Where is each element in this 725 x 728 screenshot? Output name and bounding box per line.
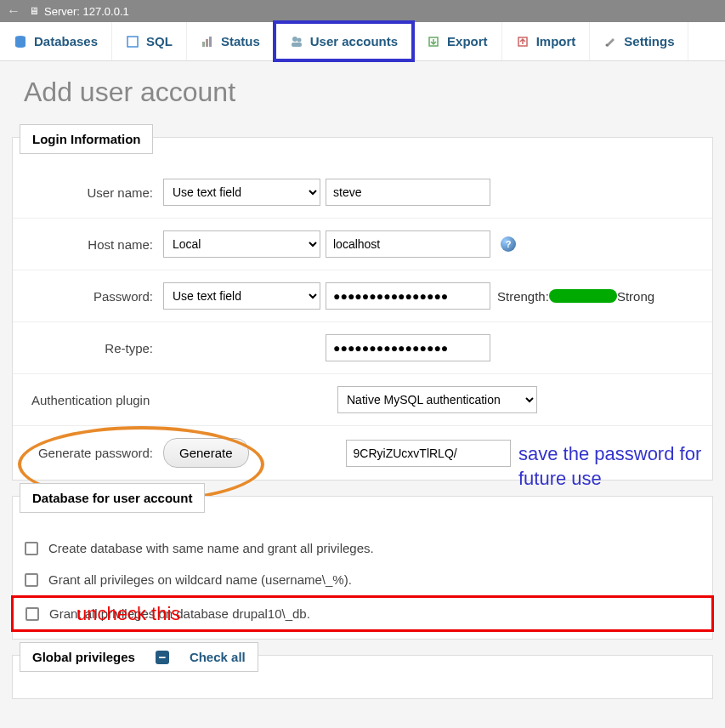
grant-wildcard-label: Grant all privileges on wildcard name (u…: [48, 572, 352, 587]
tabs-bar: Databases SQL Status User accounts Expor…: [0, 22, 725, 61]
global-privileges-fieldset: Global privileges − Check all: [12, 655, 713, 699]
page-title: Add user account: [0, 61, 725, 132]
sql-icon: [126, 35, 139, 48]
grant-wildcard-checkbox[interactable]: [25, 573, 38, 587]
database-for-user-legend: Database for user account: [20, 483, 205, 513]
svg-rect-4: [202, 42, 205, 47]
create-db-label: Create database with same name and grant…: [48, 541, 374, 555]
global-privileges-legend: Global privileges − Check all: [20, 642, 258, 672]
global-privileges-text: Global privileges: [32, 650, 135, 664]
tab-databases[interactable]: Databases: [0, 22, 112, 60]
database-for-user-fieldset: Database for user account Create databas…: [12, 496, 713, 640]
import-icon: [516, 35, 530, 48]
svg-rect-5: [206, 39, 208, 47]
hostname-row: Host name: Local ?: [13, 219, 712, 270]
server-label: Server: 127.0.0.1: [44, 5, 129, 18]
export-icon: [427, 35, 440, 48]
auth-plugin-label: Authentication plugin: [23, 393, 337, 407]
password-mode-select[interactable]: Use text field: [163, 282, 320, 310]
tab-label: Databases: [34, 34, 98, 48]
check-all-link[interactable]: Check all: [190, 650, 246, 664]
generated-password-input[interactable]: [346, 440, 511, 467]
svg-point-12: [606, 43, 609, 46]
username-mode-select[interactable]: Use text field: [163, 179, 320, 206]
password-input[interactable]: [326, 282, 490, 310]
help-icon[interactable]: ?: [501, 236, 516, 252]
auth-plugin-row: Authentication plugin Native MySQL authe…: [13, 374, 712, 426]
svg-rect-3: [127, 37, 138, 47]
annotation-save-password: save the password for future use: [518, 442, 725, 491]
password-row: Password: Use text field Strength: Stron…: [13, 270, 712, 322]
tab-status[interactable]: Status: [187, 22, 275, 60]
svg-point-2: [15, 44, 25, 48]
tab-label: Export: [447, 34, 488, 48]
tab-label: User accounts: [310, 34, 398, 48]
strength-bar: [549, 289, 617, 303]
annotation-uncheck: uncheck this: [76, 603, 180, 625]
retype-input[interactable]: [326, 334, 490, 361]
tab-user-accounts[interactable]: User accounts: [273, 20, 415, 62]
tab-label: Settings: [624, 34, 674, 48]
svg-rect-6: [209, 37, 212, 47]
create-db-same-name-row: Create database with same name and grant…: [13, 532, 712, 564]
retype-row: Re-type:: [13, 322, 712, 374]
tab-label: Status: [221, 34, 260, 48]
back-arrow-icon[interactable]: ←: [7, 3, 24, 19]
tab-label: SQL: [146, 34, 173, 48]
tab-sql[interactable]: SQL: [112, 22, 187, 60]
retype-label: Re-type:: [23, 341, 163, 355]
svg-point-8: [297, 37, 301, 42]
server-icon: 🖥: [29, 5, 39, 17]
user-accounts-icon: [290, 35, 303, 48]
tab-import[interactable]: Import: [502, 22, 591, 60]
username-row: User name: Use text field: [13, 167, 712, 219]
tab-settings[interactable]: Settings: [590, 22, 688, 60]
svg-point-7: [292, 37, 297, 42]
generate-button[interactable]: Generate: [163, 438, 249, 468]
auth-plugin-select[interactable]: Native MySQL authentication: [337, 386, 537, 413]
hostname-mode-select[interactable]: Local: [163, 230, 320, 258]
create-db-checkbox[interactable]: [25, 542, 38, 555]
tab-export[interactable]: Export: [413, 22, 502, 60]
username-input[interactable]: [326, 179, 490, 206]
strength-label: Strength:: [497, 289, 549, 304]
password-label: Password:: [23, 289, 163, 304]
tab-label: Import: [536, 34, 576, 48]
hostname-label: Host name:: [23, 237, 163, 252]
grant-drupal-db-checkbox[interactable]: [25, 607, 39, 621]
settings-icon: [603, 35, 617, 48]
status-icon: [201, 35, 214, 48]
grant-drupal-db-row: Grant all privileges on database drupal1…: [11, 595, 714, 632]
login-information-fieldset: Login Information User name: Use text fi…: [12, 137, 713, 481]
database-icon: [14, 35, 27, 48]
svg-rect-9: [292, 43, 302, 47]
hostname-input[interactable]: [326, 230, 490, 258]
generate-password-label: Generate password:: [23, 446, 163, 460]
username-label: User name:: [23, 185, 163, 200]
login-information-legend: Login Information: [20, 124, 153, 154]
grant-wildcard-row: Grant all privileges on wildcard name (u…: [13, 564, 712, 595]
strength-text: Strong: [617, 289, 654, 304]
minus-icon[interactable]: −: [156, 651, 169, 664]
top-bar: ← 🖥 Server: 127.0.0.1: [0, 0, 725, 22]
